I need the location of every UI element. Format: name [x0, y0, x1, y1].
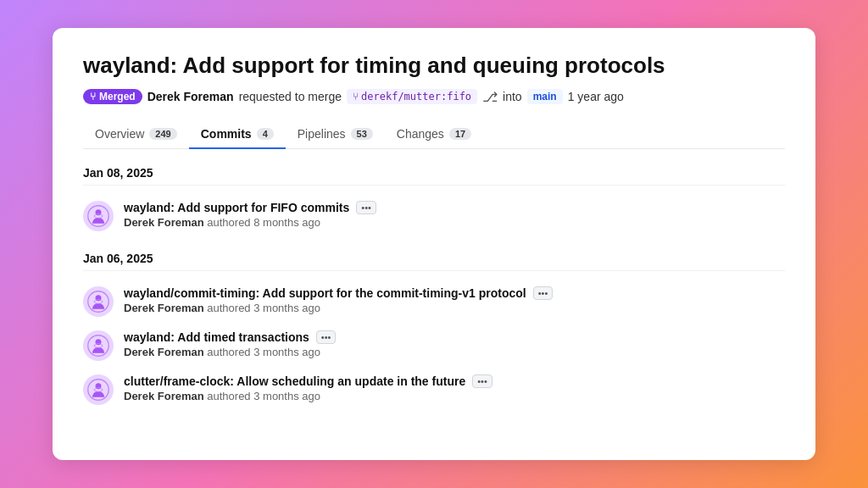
- commit-author: Derek Foreman: [124, 216, 204, 229]
- tab-changes[interactable]: Changes 17: [385, 120, 483, 149]
- author-name: Derek Foreman: [147, 90, 234, 103]
- page-title: wayland: Add support for timing and queu…: [83, 52, 785, 80]
- avatar: [83, 374, 114, 405]
- commit-options-button[interactable]: •••: [356, 201, 376, 214]
- tab-commits[interactable]: Commits 4: [189, 120, 286, 149]
- commit-title-row: wayland: Add timed transactions •••: [124, 330, 336, 344]
- date-heading: Jan 06, 2025: [83, 252, 785, 271]
- commit-options-button[interactable]: •••: [533, 286, 554, 300]
- commit-title: clutter/frame-clock: Allow scheduling an…: [124, 374, 465, 388]
- fork-icon: ⎇: [482, 89, 498, 105]
- branch-to: main: [527, 89, 563, 104]
- commit-author: Derek Foreman: [124, 346, 204, 358]
- avatar: [83, 286, 114, 317]
- branch-from: ⑂ derekf/mutter:fifo: [347, 89, 477, 104]
- commit-meta: Derek Foreman authored 3 months ago: [124, 390, 492, 402]
- branch-icon: ⑂: [353, 91, 359, 103]
- commit-authored-text: authored 3 months ago: [207, 390, 320, 402]
- commit-author: Derek Foreman: [124, 390, 204, 402]
- date-group: Jan 06, 2025 wayland/commit-timing: Add …: [83, 252, 785, 412]
- tab-pipelines[interactable]: Pipelines 53: [286, 120, 385, 149]
- commit-info: clutter/frame-clock: Allow scheduling an…: [124, 374, 492, 402]
- main-card: wayland: Add support for timing and queu…: [53, 28, 815, 460]
- commit-options-button[interactable]: •••: [472, 374, 492, 388]
- commit-options-button[interactable]: •••: [316, 330, 337, 344]
- commit-groups: Jan 08, 2025 wayland: Add support for FI…: [83, 166, 785, 412]
- commit-info: wayland: Add timed transactions ••• Dere…: [124, 330, 336, 358]
- avatar: [83, 330, 114, 361]
- commit-title: wayland/commit-timing: Add support for t…: [124, 286, 526, 300]
- svg-point-0: [86, 204, 110, 228]
- commit-title-row: wayland/commit-timing: Add support for t…: [124, 286, 553, 300]
- time-ago: 1 year ago: [568, 90, 624, 103]
- tabs: Overview 249 Commits 4 Pipelines 53 Chan…: [83, 120, 785, 149]
- merge-icon: ⑂: [90, 91, 96, 103]
- into-text: into: [503, 90, 522, 103]
- svg-point-3: [86, 290, 110, 313]
- commit-item: wayland/commit-timing: Add support for t…: [83, 280, 785, 324]
- merged-badge: ⑂ Merged: [83, 89, 142, 104]
- request-text: requested to merge: [239, 90, 342, 103]
- commit-author: Derek Foreman: [124, 302, 204, 314]
- commit-authored-text: authored 3 months ago: [207, 302, 320, 314]
- commit-authored-text: authored 8 months ago: [207, 216, 320, 229]
- commit-item: clutter/frame-clock: Allow scheduling an…: [83, 368, 785, 412]
- avatar: [83, 201, 114, 231]
- commit-title: wayland: Add support for FIFO commits: [124, 201, 349, 214]
- date-group: Jan 08, 2025 wayland: Add support for FI…: [83, 166, 785, 238]
- commit-item: wayland: Add support for FIFO commits ••…: [83, 194, 785, 238]
- commit-authored-text: authored 3 months ago: [207, 346, 320, 358]
- date-heading: Jan 08, 2025: [83, 166, 785, 186]
- tab-overview[interactable]: Overview 249: [83, 120, 189, 149]
- svg-point-6: [86, 334, 110, 358]
- commit-meta: Derek Foreman authored 8 months ago: [124, 216, 376, 229]
- svg-point-9: [86, 378, 110, 402]
- meta-row: ⑂ Merged Derek Foreman requested to merg…: [83, 89, 785, 105]
- commit-title-row: clutter/frame-clock: Allow scheduling an…: [124, 374, 492, 388]
- commit-title-row: wayland: Add support for FIFO commits ••…: [124, 201, 376, 214]
- commit-meta: Derek Foreman authored 3 months ago: [124, 346, 336, 358]
- commit-info: wayland: Add support for FIFO commits ••…: [124, 201, 376, 229]
- commit-title: wayland: Add timed transactions: [124, 330, 309, 344]
- commit-info: wayland/commit-timing: Add support for t…: [124, 286, 553, 314]
- commit-meta: Derek Foreman authored 3 months ago: [124, 302, 553, 314]
- commit-item: wayland: Add timed transactions ••• Dere…: [83, 324, 785, 368]
